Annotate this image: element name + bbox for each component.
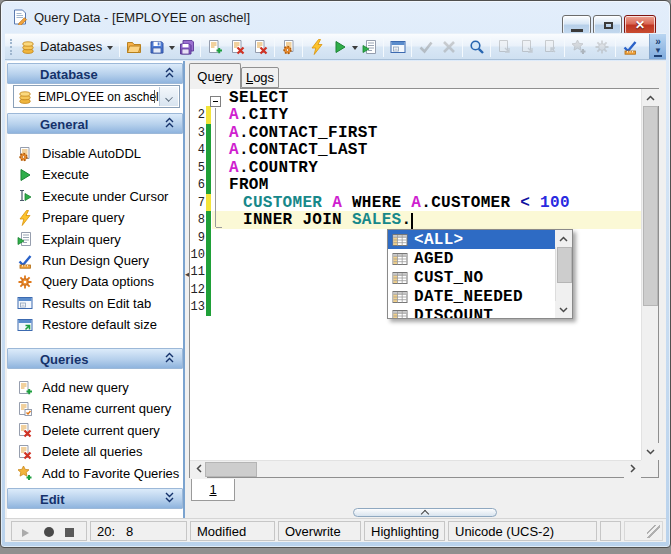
- horizontal-scroll-thumb[interactable]: [205, 462, 257, 477]
- autocomplete-popup[interactable]: <ALL>AGEDCUST_NODATE_NEEDEDDISCOUNT: [387, 229, 573, 319]
- delete-query-button[interactable]: [226, 36, 249, 58]
- sidebar-item-rename-current-query[interactable]: Rename current query: [7, 398, 183, 419]
- record-icon[interactable]: [44, 525, 54, 540]
- code-line-3[interactable]: 3A.CONTACT_FIRST: [190, 124, 641, 141]
- line-number: 7: [190, 196, 205, 210]
- commit-button[interactable]: [414, 36, 437, 58]
- play-icon[interactable]: [22, 525, 33, 540]
- open-folder-button[interactable]: [122, 36, 145, 58]
- sidebar-item-execute-under-cursor[interactable]: Execute under Cursor: [7, 186, 183, 207]
- fold-collapse-icon[interactable]: [210, 96, 221, 107]
- sidebar-section-edit[interactable]: Edit: [7, 488, 183, 509]
- table-icon: [392, 270, 408, 286]
- sidebar-item-add-to-favorite-queries[interactable]: Add to Favorite Queries: [7, 463, 183, 484]
- delete-query-icon: [230, 39, 246, 55]
- resize-grip[interactable]: [647, 525, 660, 538]
- line-number: 12: [190, 283, 205, 297]
- sidebar-item-results-on-edit-tab[interactable]: Results on Edit tab: [7, 293, 183, 314]
- execute-button[interactable]: [328, 36, 351, 58]
- sidebar-item-restore-default-size[interactable]: Restore default size: [7, 314, 183, 335]
- sidebar-item-prepare-query[interactable]: Prepare query: [7, 207, 183, 228]
- sidebar-item-explain-query[interactable]: Explain query: [7, 229, 183, 250]
- autoddl-button[interactable]: [277, 36, 300, 58]
- fold-line: [215, 108, 216, 227]
- query-page-tab[interactable]: 1: [191, 479, 235, 501]
- new-query-button[interactable]: [203, 36, 226, 58]
- scroll-up-button[interactable]: [642, 89, 659, 106]
- code-line-2[interactable]: 2A.CITY: [190, 106, 641, 123]
- save-button[interactable]: [145, 36, 168, 58]
- code-line-6[interactable]: 6FROM: [190, 176, 641, 193]
- title-bar[interactable]: Query Data - [EMPLOYEE on aschel] ✕: [1, 1, 670, 33]
- code-line-4[interactable]: 4A.CONTACT_LAST: [190, 141, 641, 158]
- delete-all-queries-icon: [253, 39, 269, 55]
- toolbar-overflow-button[interactable]: »▼: [649, 34, 666, 59]
- autocomplete-item[interactable]: DATE_NEEDED: [388, 287, 555, 306]
- prepare-query-button[interactable]: [305, 36, 328, 58]
- sidebar-item-delete-current-query[interactable]: Delete current query: [7, 420, 183, 441]
- sidebar-section-general[interactable]: General: [7, 113, 183, 134]
- autocomplete-scrollbar[interactable]: [555, 230, 572, 318]
- status-panel: 20: 8: [90, 521, 187, 541]
- rollback-button[interactable]: [437, 36, 460, 58]
- sidebar-item-query-data-options[interactable]: Query Data options: [7, 271, 183, 292]
- minimize-button[interactable]: [562, 15, 591, 35]
- autocomplete-item[interactable]: CUST_NO: [388, 268, 555, 287]
- close-button[interactable]: ✕: [624, 15, 656, 35]
- scroll-up-button[interactable]: [555, 230, 572, 247]
- sidebar-item-add-new-query[interactable]: Add new query: [7, 377, 183, 398]
- scroll-down-button[interactable]: [555, 301, 572, 318]
- autocomplete-item[interactable]: DISCOUNT: [388, 306, 555, 319]
- change-bar: [206, 194, 211, 211]
- sidebar-item-disable-autoddl[interactable]: Disable AutoDDL: [7, 143, 183, 164]
- sidebar-item-delete-all-queries[interactable]: Delete all queries: [7, 441, 183, 462]
- scroll-down-button[interactable]: [642, 443, 659, 460]
- sidebar-section-database[interactable]: Database: [7, 63, 183, 84]
- sidebar: DatabaseEMPLOYEE on aschelGeneralDisable…: [7, 61, 185, 540]
- results-splitter[interactable]: [165, 507, 666, 518]
- maximize-button[interactable]: [593, 15, 622, 35]
- delete-all-queries-button[interactable]: [249, 36, 272, 58]
- import-data-button[interactable]: [539, 36, 562, 58]
- options-button[interactable]: [590, 36, 613, 58]
- toolbar-grip[interactable]: [10, 39, 13, 55]
- sidebar-section-queries[interactable]: Queries: [7, 348, 183, 369]
- export-as-script-button[interactable]: [516, 36, 539, 58]
- autocomplete-scroll-thumb[interactable]: [557, 247, 572, 283]
- code-line-5[interactable]: 5A.COUNTRY: [190, 159, 641, 176]
- combo-dropdown-button[interactable]: [159, 87, 178, 106]
- autocomplete-item[interactable]: AGED: [388, 249, 555, 268]
- results-edit-tab-button[interactable]: [386, 36, 409, 58]
- add-favorite-button[interactable]: [567, 36, 590, 58]
- database-combo[interactable]: EMPLOYEE on aschel: [13, 85, 180, 108]
- chevron-up-icon: [165, 352, 174, 365]
- scroll-right-button[interactable]: [624, 461, 641, 478]
- search-button[interactable]: [465, 36, 488, 58]
- change-bar: [206, 298, 211, 315]
- save-all-button[interactable]: [175, 36, 198, 58]
- sidebar-item-run-design-query[interactable]: Run Design Query: [7, 250, 183, 271]
- code-line-7[interactable]: 7CUSTOMER A WHERE A.CUSTOMER < 100: [190, 194, 641, 211]
- line-number: 9: [190, 231, 205, 245]
- tab-query[interactable]: Query: [189, 63, 241, 89]
- code-line-8[interactable]: 8INNER JOIN SALES.: [190, 211, 641, 228]
- sidebar-item-label: Disable AutoDDL: [42, 146, 141, 161]
- editor-vertical-scrollbar[interactable]: [641, 89, 658, 460]
- toolbar: Databases»▼: [5, 33, 666, 60]
- editor-horizontal-scrollbar[interactable]: [190, 460, 641, 477]
- explain-query-button[interactable]: [358, 36, 381, 58]
- sidebar-item-execute[interactable]: Execute: [7, 164, 183, 185]
- toolbar-separator: [490, 37, 491, 57]
- splitter-pill[interactable]: [353, 508, 497, 517]
- tab-logs[interactable]: Logs: [241, 67, 279, 88]
- databases-dropdown-button[interactable]: Databases: [16, 36, 117, 58]
- execute-icon: [17, 167, 33, 183]
- code-line-1[interactable]: SELECT: [190, 89, 641, 106]
- vertical-scroll-thumb[interactable]: [643, 106, 658, 306]
- autocomplete-item[interactable]: <ALL>: [388, 230, 555, 249]
- status-panel: Unicode (UCS-2): [448, 521, 597, 541]
- run-design-query-button[interactable]: [618, 36, 641, 58]
- stop-icon[interactable]: [65, 525, 74, 540]
- combo-cursor: [154, 90, 155, 103]
- export-data-button[interactable]: [493, 36, 516, 58]
